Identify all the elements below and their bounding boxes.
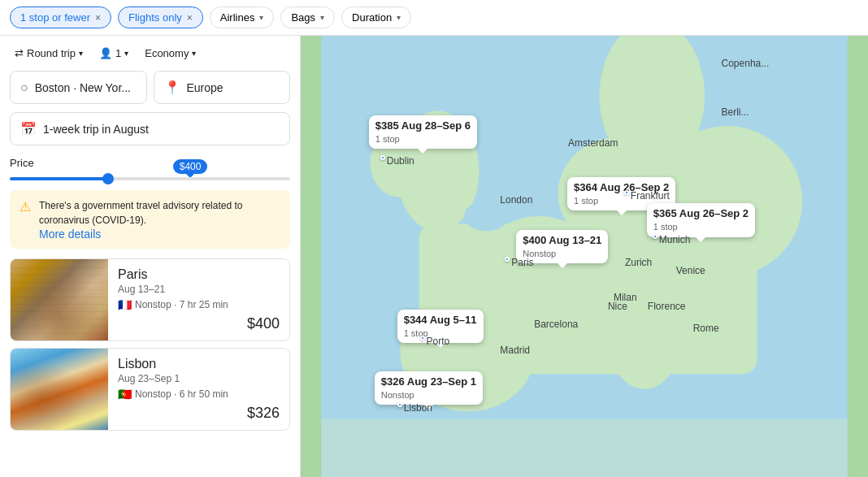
map-price-lisbon: $326 Aug 23–Sep 1 [381, 375, 476, 389]
trip-type-label: Round trip [27, 47, 76, 59]
price-slider[interactable] [10, 177, 290, 180]
airline-icon-paris: 🇫🇷 [118, 298, 132, 311]
destination-field[interactable]: 📍 Europe [154, 71, 291, 104]
map-price-dublin: $385 Aug 28–Sep 6 [375, 119, 471, 133]
destination-icon: 📍 [164, 80, 180, 95]
airline-icon-lisbon: 🇵🇹 [118, 388, 132, 401]
slider-thumb[interactable] [102, 173, 114, 184]
result-city-lisbon: Lisbon [118, 357, 280, 371]
close-chip-flights-filter-icon[interactable]: × [187, 12, 193, 24]
result-card-paris[interactable]: ParisAug 13–21🇫🇷Nonstop · 7 hr 25 min$40… [10, 258, 290, 341]
calendar-icon: 📅 [20, 121, 37, 137]
dropdown-chevron-bags-filter-icon: ▾ [320, 13, 324, 22]
advisory-content: There's a government travel advisory rel… [39, 198, 280, 241]
price-label: Price [10, 157, 34, 169]
city-dot-paris [505, 257, 510, 262]
result-info-paris: ParisAug 13–21🇫🇷Nonstop · 7 hr 25 min$40… [108, 259, 289, 340]
city-dot-lisbon [397, 402, 402, 407]
trip-controls: ⇄ Round trip ▾ 👤 1 ▾ Economy ▾ [10, 44, 290, 63]
results-list: ParisAug 13–21🇫🇷Nonstop · 7 hr 25 min$40… [0, 255, 300, 477]
map-marker-paris[interactable]: $400 Aug 13–21Nonstop [516, 230, 608, 263]
result-image-paris [11, 259, 108, 340]
map-stops-dublin: 1 stop [375, 133, 471, 145]
map-stops-paris: Nonstop [523, 248, 601, 259]
person-icon: 👤 [99, 47, 112, 59]
passengers-chevron-icon: ▾ [124, 49, 128, 58]
advisory-more-details-link[interactable]: More details [39, 228, 101, 241]
result-dates-lisbon: Aug 23–Sep 1 [118, 373, 280, 384]
destination-text: Europe [187, 81, 224, 94]
result-city-paris: Paris [118, 267, 280, 282]
cabin-chevron-icon: ▾ [192, 49, 196, 58]
origin-icon: ○ [20, 80, 28, 95]
passengers-button[interactable]: 👤 1 ▾ [94, 44, 133, 63]
result-price-paris: $400 [118, 315, 280, 332]
map-stops-frankfurt: 1 stop [653, 221, 749, 232]
date-text: 1-week trip in August [43, 123, 149, 136]
flight-type-lisbon: Nonstop · 6 hr 50 min [135, 388, 228, 400]
map-stops-porto: 1 stop [404, 327, 477, 339]
transfer-icon: ⇄ [15, 47, 24, 59]
dropdown-chevron-airlines-filter-icon: ▾ [259, 13, 263, 22]
map-area[interactable]: $385 Aug 28–Sep 61 stop$364 Aug 26–Sep 2… [301, 36, 868, 477]
filter-label-bags-filter: Bags [291, 11, 315, 24]
filter-label-airlines-filter: Airlines [220, 11, 255, 24]
origin-text: Boston · New Yor... [35, 81, 131, 94]
result-dates-paris: Aug 13–21 [118, 284, 280, 295]
slider-fill [10, 177, 108, 180]
left-panel: ⇄ Round trip ▾ 👤 1 ▾ Economy ▾ ○ [0, 36, 301, 477]
svg-rect-9 [321, 419, 848, 477]
filter-chip-bags-filter[interactable]: Bags▾ [280, 7, 335, 28]
map-price-frankfurt: $365 Aug 26–Sep 2 [653, 207, 749, 221]
filter-label-duration-filter: Duration [352, 11, 392, 24]
city-dot-frankfurt [624, 190, 629, 195]
slider-track [10, 177, 290, 180]
origin-field[interactable]: ○ Boston · New Yor... [10, 71, 147, 104]
filter-chip-duration-filter[interactable]: Duration▾ [341, 7, 411, 28]
city-dot-porto [420, 336, 425, 340]
result-info-lisbon: LisbonAug 23–Sep 1🇵🇹Nonstop · 6 hr 50 mi… [108, 349, 289, 430]
main-content: ⇄ Round trip ▾ 👤 1 ▾ Economy ▾ ○ [0, 36, 868, 477]
result-flight-lisbon: 🇵🇹Nonstop · 6 hr 50 min [118, 388, 280, 401]
filter-chip-airlines-filter[interactable]: Airlines▾ [210, 7, 275, 28]
search-controls: ⇄ Round trip ▾ 👤 1 ▾ Economy ▾ ○ [0, 36, 300, 154]
map-marker-frankfurt[interactable]: $365 Aug 26–Sep 21 stop [647, 203, 755, 236]
advisory-text: There's a government travel advisory rel… [39, 200, 242, 226]
result-price-lisbon: $326 [118, 405, 280, 422]
dropdown-chevron-duration-filter-icon: ▾ [397, 13, 401, 22]
filter-label-flights-filter: Flights only [128, 11, 182, 24]
cabin-button[interactable]: Economy ▾ [140, 44, 201, 63]
map-price-london: $364 Aug 26–Sep 2 [574, 181, 669, 195]
filter-chip-flights-filter[interactable]: Flights only× [118, 7, 203, 28]
city-dot-dublin [380, 155, 385, 160]
price-section: Price $400 [0, 154, 300, 187]
result-flight-paris: 🇫🇷Nonstop · 7 hr 25 min [118, 298, 280, 311]
passengers-label: 1 [115, 47, 121, 59]
result-card-lisbon[interactable]: LisbonAug 23–Sep 1🇵🇹Nonstop · 6 hr 50 mi… [10, 348, 290, 431]
flight-type-paris: Nonstop · 7 hr 25 min [135, 299, 228, 310]
trip-type-chevron-icon: ▾ [79, 49, 83, 58]
svg-point-11 [464, 202, 510, 232]
map-price-paris: $400 Aug 13–21 [523, 234, 601, 248]
map-marker-dublin[interactable]: $385 Aug 28–Sep 61 stop [369, 115, 477, 149]
map-marker-porto[interactable]: $344 Aug 5–111 stop [397, 310, 484, 343]
warning-icon: ⚠ [20, 199, 31, 241]
origin-dest-row: ○ Boston · New Yor... 📍 Europe [10, 71, 290, 104]
cabin-label: Economy [145, 47, 189, 59]
filter-chip-stop-filter[interactable]: 1 stop or fewer× [10, 7, 111, 28]
advisory-banner: ⚠ There's a government travel advisory r… [10, 190, 290, 249]
result-image-lisbon [11, 349, 108, 430]
price-bubble: $400 [173, 159, 208, 174]
map-stops-lisbon: Nonstop [381, 389, 476, 401]
date-field[interactable]: 📅 1-week trip in August [10, 112, 290, 145]
filter-label-stop-filter: 1 stop or fewer [20, 11, 90, 24]
top-filter-bar: 1 stop or fewer×Flights only×Airlines▾Ba… [0, 0, 868, 36]
map-marker-lisbon[interactable]: $326 Aug 23–Sep 1Nonstop [375, 371, 483, 405]
map-price-porto: $344 Aug 5–11 [404, 314, 477, 327]
trip-type-button[interactable]: ⇄ Round trip ▾ [10, 44, 88, 63]
close-chip-stop-filter-icon[interactable]: × [95, 12, 101, 24]
